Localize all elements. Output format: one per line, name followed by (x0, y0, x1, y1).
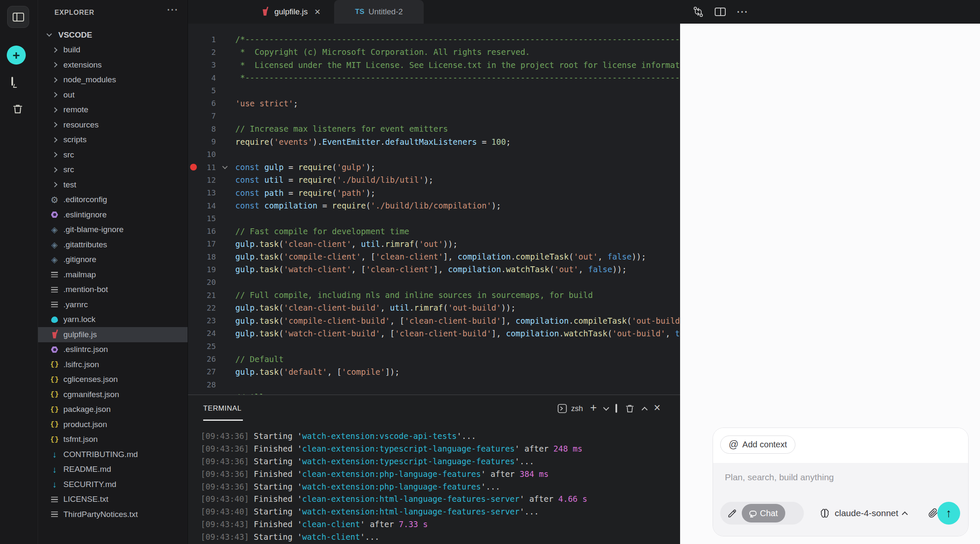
kill-terminal-icon[interactable] (624, 403, 635, 414)
add-context-button[interactable]: @ Add context (720, 436, 795, 454)
code-line: 20 (188, 276, 681, 289)
yarn-icon (49, 314, 60, 325)
tree-item-.yarnrc[interactable]: .yarnrc (38, 297, 188, 312)
tree-item-.eslintignore[interactable]: .eslintignore (38, 207, 188, 222)
new-chat-button[interactable]: + (7, 46, 26, 65)
tab-gulpfile[interactable]: gulpfile.js × (247, 0, 333, 24)
terminal-dropdown-icon[interactable] (603, 405, 609, 411)
terminal-panel: TERMINAL zsh + × [ (188, 395, 681, 544)
terminal-tab[interactable]: TERMINAL (203, 404, 242, 413)
chat-placeholder: Plan, search, build anything (725, 472, 834, 482)
sidebar-toggle-button[interactable] (7, 6, 29, 28)
tree-item-out[interactable]: out (38, 87, 188, 103)
trash-icon (11, 103, 24, 115)
tree-item-cglicenses.json[interactable]: {}cglicenses.json (38, 372, 188, 387)
fold-chevron-icon[interactable] (222, 164, 228, 169)
tree-item-.gitignore[interactable]: ◈.gitignore (38, 252, 188, 268)
ide-window: + EXPLORER ⋯ VSCODEbuildextensionsnode_m… (0, 0, 980, 544)
tree-item-src[interactable]: src (38, 147, 188, 162)
code-line: 5 (188, 84, 681, 97)
line-number: 8 (199, 124, 216, 133)
tree-item-package.json[interactable]: {}package.json (38, 402, 188, 417)
markdown-icon: ↓ (49, 479, 60, 490)
code-editor: 1/*-------------------------------------… (188, 24, 681, 395)
tree-item-test[interactable]: test (38, 177, 188, 192)
split-editor-button[interactable] (714, 5, 727, 18)
tree-item-.mention-bot[interactable]: .mention-bot (38, 282, 188, 298)
tree-item-cgmanifest.json[interactable]: {}cgmanifest.json (38, 387, 188, 402)
tree-item-resources[interactable]: resources (38, 117, 188, 133)
gulp-icon (260, 7, 270, 17)
tree-item-product.json[interactable]: {}product.json (38, 417, 188, 432)
tab-untitled-2[interactable]: TS Untitled-2 (334, 0, 424, 24)
chat-bubble-button[interactable] (11, 78, 24, 89)
terminal-line: [09:43:36] Starting 'watch-extension:php… (201, 480, 587, 493)
trash-button[interactable] (11, 103, 24, 115)
send-button[interactable]: ↑ (937, 502, 960, 525)
tree-item-remote[interactable]: remote (38, 103, 188, 118)
brain-icon (819, 508, 830, 519)
tree-item-yarn.lock[interactable]: yarn.lock (38, 312, 188, 327)
line-number: 11 (199, 163, 216, 172)
tree-item-gulpfile.js[interactable]: gulpfile.js (38, 327, 188, 342)
more-actions-button[interactable]: ⋯ (736, 5, 749, 18)
explorer-more-button[interactable]: ⋯ (166, 3, 178, 16)
line-number: 24 (199, 329, 216, 338)
tree-item-.lsifrc.json[interactable]: {}.lsifrc.json (38, 357, 188, 372)
line-number: 22 (199, 303, 216, 312)
breakpoint-marker[interactable] (190, 164, 197, 171)
chat-input-area[interactable]: Plan, search, build anything Chat (713, 463, 968, 536)
tree-item-label: .mention-bot (63, 285, 108, 294)
json-icon: {} (49, 374, 60, 384)
tree-item-label: .gitattributes (63, 240, 107, 249)
chevron-right-icon (49, 180, 60, 190)
file-explorer: EXPLORER ⋯ VSCODEbuildextensionsnode_mod… (38, 0, 188, 544)
chevron-right-icon (49, 45, 60, 55)
chat-mode-button[interactable]: Chat (742, 504, 785, 522)
tree-item-.editorconfig[interactable]: ⚙.editorconfig (38, 192, 188, 208)
gulp-icon (49, 330, 60, 340)
tree-item-tsfmt.json[interactable]: {}tsfmt.json (38, 432, 188, 447)
close-panel-icon[interactable]: × (654, 402, 661, 414)
json-icon: {} (49, 420, 60, 430)
compare-changes-button[interactable] (692, 5, 705, 18)
write-pencil-icon[interactable] (727, 508, 738, 519)
shell-terminal-icon (557, 403, 568, 414)
close-tab-icon[interactable]: × (315, 7, 321, 17)
text-file-icon (49, 270, 60, 280)
terminal-toolbar: zsh + × (557, 401, 661, 416)
terminal-output: [09:43:36] Starting 'watch-extension:vsc… (201, 430, 587, 543)
chat-panel: ⋯ @ Add context Plan, search, build anyt… (680, 0, 980, 544)
line-number: 2 (199, 48, 216, 57)
new-terminal-button[interactable]: + (590, 402, 597, 414)
tree-item-SECURITY.md[interactable]: ↓SECURITY.md (38, 477, 188, 492)
line-number: 4 (199, 73, 216, 82)
shell-selector[interactable]: zsh (557, 403, 583, 414)
tree-root-vscode[interactable]: VSCODE (38, 27, 188, 43)
tree-item-CONTRIBUTING.md[interactable]: ↓CONTRIBUTING.md (38, 447, 188, 462)
code-line: 22gulp.task('clean-client-build', util.r… (188, 301, 681, 314)
code-line: 9require('events').EventEmitter.defaultM… (188, 135, 681, 148)
tree-item-.eslintrc.json[interactable]: .eslintrc.json (38, 342, 188, 357)
tree-item-scripts[interactable]: scripts (38, 133, 188, 148)
tree-item-README.md[interactable]: ↓README.md (38, 462, 188, 477)
tree-item-src[interactable]: src (38, 162, 188, 178)
line-number: 20 (199, 278, 216, 287)
tree-item-label: .yarnrc (63, 300, 88, 309)
tree-item-extensions[interactable]: extensions (38, 57, 188, 73)
line-number: 12 (199, 176, 216, 184)
tree-item-.gitattributes[interactable]: ◈.gitattributes (38, 237, 188, 252)
code-line: 10 (188, 148, 681, 161)
chevron-up-icon (902, 512, 908, 517)
tree-item-LICENSE.txt[interactable]: LICENSE.txt (38, 492, 188, 507)
tree-item-.git-blame-ignore[interactable]: ◈.git-blame-ignore (38, 222, 188, 238)
code-line: 7 (188, 110, 681, 122)
split-terminal-button[interactable] (615, 405, 617, 412)
json-icon: {} (49, 404, 60, 414)
tree-item-.mailmap[interactable]: .mailmap (38, 267, 188, 282)
tree-item-ThirdPartyNotices.txt[interactable]: ThirdPartyNotices.txt (38, 507, 188, 522)
maximize-panel-icon[interactable] (642, 406, 648, 412)
tree-item-build[interactable]: build (38, 43, 188, 58)
model-selector[interactable]: claude-4-sonnet (819, 502, 907, 525)
tree-item-node_modules[interactable]: node_modules (38, 73, 188, 88)
